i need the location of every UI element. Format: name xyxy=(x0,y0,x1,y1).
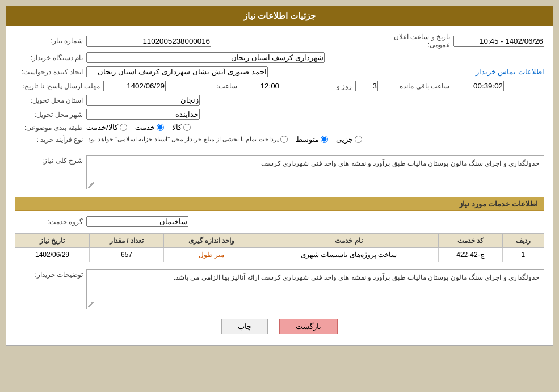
tarikh-elan-label: تاریخ و ساعت اعلان عمومی: xyxy=(382,33,450,49)
radio-kala-input[interactable] xyxy=(183,124,191,131)
resize-handle xyxy=(88,182,94,188)
tozihat-khardar-value: جدولگذاری و اجرای سنگ مالون بوستان مالیا… xyxy=(174,273,539,281)
tabaghabandi-label: طبقه بندی موضوعی: xyxy=(15,124,83,132)
radio-motavsat[interactable]: پرداخت تمام یا بخشی از مبلغ خریداز محل "… xyxy=(86,136,288,143)
noe-farayand-label: نوع فرآیند خرید : xyxy=(15,136,83,144)
sharhe-kolli-box: جدولگذاری و اجرای سنگ مالون بوستان مالیا… xyxy=(86,155,544,189)
saat-input[interactable] xyxy=(241,81,280,91)
radio-motavassat-label: متوسط xyxy=(296,135,319,144)
cell-nam: ساخت پروژه‌های تاسیسات شهری xyxy=(259,248,438,262)
rooz-label: روز و xyxy=(284,82,352,90)
gorohe-khadamat-input[interactable] xyxy=(86,216,188,227)
ijad-konande-label: ایجاد کننده درخواست: xyxy=(15,68,83,76)
bottom-buttons: بازگشت چاپ xyxy=(15,311,544,340)
cell-tarikh: 1402/06/29 xyxy=(15,248,90,262)
ijad-konande-row: ایجاد کننده درخواست: اطلاعات تماس خریدار xyxy=(15,65,544,79)
nam-dasgah-input[interactable] xyxy=(86,52,325,63)
radio-khadamat-input[interactable] xyxy=(157,124,164,131)
radio-motavsat-label: پرداخت تمام یا بخشی از مبلغ خریداز محل "… xyxy=(86,136,279,143)
back-button[interactable]: بازگشت xyxy=(279,319,338,334)
col-vahed: واحد اندازه گیری xyxy=(163,234,259,248)
col-radif: ردیف xyxy=(502,234,544,248)
ettelaat-tamas-link[interactable]: اطلاعات تماس خریدار xyxy=(476,68,544,76)
col-kod: کد خدمت xyxy=(439,234,503,248)
tozihat-khardar-label: توضیحات خریدار: xyxy=(15,268,83,279)
resize-handle2 xyxy=(88,302,94,307)
shomare-niaz-input[interactable] xyxy=(86,36,211,47)
mohlat-ersal-label: مهلت ارسال پاسخ: تا تاریخ: xyxy=(15,82,100,90)
radio-kala-label: کالا xyxy=(172,123,182,132)
sharhe-kolli-label: شرح کلی نیاز: xyxy=(15,154,83,165)
radio-khadamat-label: خدمت xyxy=(135,123,155,132)
nam-dasgah-label: نام دستگاه خریدار: xyxy=(15,54,83,62)
radio-kala-khadamat-input[interactable] xyxy=(120,124,127,131)
noe-farayand-row: نوع فرآیند خرید : پرداخت تمام یا بخشی از… xyxy=(15,133,544,145)
page-wrapper: جزئیات اطلاعات نیاز شماره نیاز: تاریخ و … xyxy=(0,0,559,352)
nam-dasgah-row: نام دستگاه خریدار: xyxy=(15,50,544,65)
mohlat-ersal-row: مهلت ارسال پاسخ: تا تاریخ: ساعت: روز و س… xyxy=(15,79,544,93)
radio-kala-khadamat-label: کالا/خدمت xyxy=(86,123,118,132)
cell-tedad: 657 xyxy=(90,248,164,262)
sharhe-kolli-value: جدولگذاری و اجرای سنگ مالون بوستان مالیا… xyxy=(261,159,539,167)
radio-kala[interactable]: کالا xyxy=(172,123,191,132)
tozihat-khardar-box: جدولگذاری و اجرای سنگ مالون بوستان مالیا… xyxy=(86,269,544,309)
radio-motavsat-input[interactable] xyxy=(280,136,288,143)
print-button[interactable]: چاپ xyxy=(221,319,268,334)
ostan-tahvil-input[interactable] xyxy=(86,95,200,106)
ostan-tahvil-label: استان محل تحویل: xyxy=(15,96,83,104)
card-body: شماره نیاز: تاریخ و ساعت اعلان عمومی: نا… xyxy=(6,26,553,345)
shomare-niaz-label: شماره نیاز: xyxy=(15,37,83,45)
radio-jozee[interactable]: جزیی xyxy=(336,135,362,144)
baqi-mande-label: ساعت باقی مانده xyxy=(381,82,449,90)
shahr-tahvil-input[interactable] xyxy=(86,109,200,120)
noe-farayand-radio-group: پرداخت تمام یا بخشی از مبلغ خریداز محل "… xyxy=(86,135,362,144)
ijad-konande-input[interactable] xyxy=(86,66,268,77)
gorohe-khadamat-label: گروه خدمت: xyxy=(15,218,83,226)
etelaat-khadamat-title: اطلاعات خدمات مورد نیاز xyxy=(15,197,544,211)
separator1 xyxy=(15,149,544,149)
card-header: جزئیات اطلاعات نیاز xyxy=(6,6,553,26)
tabaghabandi-row: طبقه بندی موضوعی: کالا/خدمت خدمت کالا xyxy=(15,121,544,133)
sharhe-kolli-row: شرح کلی نیاز: جدولگذاری و اجرای سنگ مالو… xyxy=(15,153,544,191)
service-table: ردیف کد خدمت نام خدمت واحد اندازه گیری ت… xyxy=(15,233,544,262)
mohlat-date-input[interactable] xyxy=(103,81,166,91)
col-tedad: تعداد / مقدار xyxy=(90,234,164,248)
header-title: جزئیات اطلاعات نیاز xyxy=(243,11,316,20)
cell-vahed: متر طول xyxy=(163,248,259,262)
radio-jozee-label: جزیی xyxy=(336,135,353,144)
col-nam: نام خدمت xyxy=(259,234,438,248)
col-tarikh: تاریخ نیاز xyxy=(15,234,90,248)
main-card: جزئیات اطلاعات نیاز شماره نیاز: تاریخ و … xyxy=(6,6,553,346)
radio-kala-khadamat[interactable]: کالا/خدمت xyxy=(86,123,127,132)
shahr-tahvil-row: شهر محل تحویل: xyxy=(15,107,544,121)
ostan-tahvil-row: استان محل تحویل: xyxy=(15,93,544,107)
baqi-mande-input[interactable] xyxy=(453,81,504,91)
shahr-tahvil-label: شهر محل تحویل: xyxy=(15,111,83,119)
saat-label: ساعت: xyxy=(169,82,237,90)
tarikh-elan-input[interactable] xyxy=(453,36,544,47)
shomare-tarikh-row: شماره نیاز: تاریخ و ساعت اعلان عمومی: xyxy=(15,31,544,50)
rooz-input[interactable] xyxy=(355,81,378,91)
table-row: 1ج-42-422ساخت پروژه‌های تاسیسات شهریمتر … xyxy=(15,248,544,262)
tozihat-khardar-row: توضیحات خریدار: جدولگذاری و اجرای سنگ ما… xyxy=(15,267,544,311)
cell-radif: 1 xyxy=(502,248,544,262)
radio-khadamat[interactable]: خدمت xyxy=(135,123,164,132)
radio-motavassat[interactable]: متوسط xyxy=(296,135,328,144)
radio-motavassat-input[interactable] xyxy=(321,136,328,143)
tabaghabandi-radio-group: کالا/خدمت خدمت کالا xyxy=(86,123,191,132)
gorohe-khadamat-row: گروه خدمت: xyxy=(15,214,544,229)
radio-jozee-input[interactable] xyxy=(355,136,362,143)
cell-kod: ج-42-422 xyxy=(439,248,503,262)
